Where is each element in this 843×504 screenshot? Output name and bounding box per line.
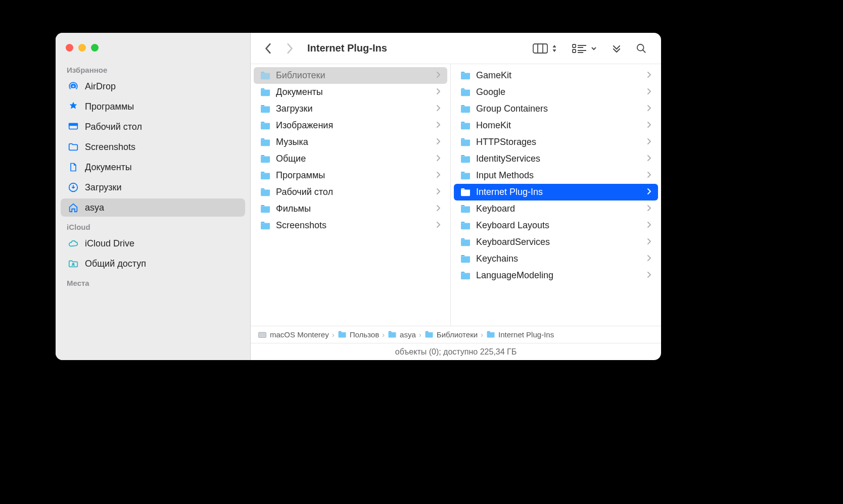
sidebar-item-home[interactable]: asya (61, 198, 245, 217)
chevron-right-icon (647, 104, 651, 114)
list-item[interactable]: Input Methods (454, 167, 658, 184)
chevron-right-icon (436, 137, 440, 147)
list-item-label: Фильмы (276, 204, 311, 214)
chevron-right-icon (647, 137, 651, 147)
path-separator: › (419, 330, 422, 339)
finder-window: Избранное AirDrop Программы Рабочий стол… (56, 33, 661, 360)
home-icon (68, 202, 79, 213)
list-item[interactable]: Google (454, 84, 658, 100)
chevron-right-icon (436, 204, 440, 214)
chevron-right-icon (647, 154, 651, 164)
sidebar-item-documents[interactable]: Документы (61, 158, 245, 176)
list-item[interactable]: KeyboardServices (454, 234, 658, 250)
list-item[interactable]: Общие (254, 150, 447, 167)
sidebar-item-label: Программы (85, 102, 134, 112)
sidebar-item-airdrop[interactable]: AirDrop (61, 77, 245, 95)
sidebar-item-label: iCloud Drive (85, 238, 134, 249)
path-crumb[interactable]: Internet Plug-Ins (486, 330, 554, 339)
path-crumb[interactable]: asya (388, 330, 416, 339)
sidebar-item-desktop[interactable]: Рабочий стол (61, 118, 245, 136)
path-crumb[interactable]: Библиотеки (425, 330, 478, 339)
sidebar-item-shared[interactable]: Общий доступ (61, 255, 245, 273)
chevron-right-icon (647, 254, 651, 264)
sidebar-item-screenshots[interactable]: Screenshots (61, 138, 245, 156)
path-separator: › (481, 330, 483, 339)
desktop-icon (68, 121, 79, 132)
path-separator: › (382, 330, 385, 339)
group-button[interactable] (568, 40, 601, 57)
list-item[interactable]: Фильмы (254, 200, 447, 217)
sidebar-item-label: Общий доступ (85, 259, 146, 269)
sidebar-item-downloads[interactable]: Загрузки (61, 178, 245, 196)
list-item-label: Keyboard Layouts (476, 220, 549, 231)
path-crumb[interactable]: Пользов (338, 330, 379, 339)
column-browser: БиблиотекиДокументыЗагрузкиИзображенияМу… (251, 64, 661, 326)
svg-line-15 (643, 49, 646, 53)
list-item-label: GameKit (476, 70, 511, 81)
svg-rect-9 (573, 49, 576, 53)
forward-button[interactable] (282, 41, 297, 56)
svg-point-14 (637, 44, 644, 51)
list-item-label: Загрузки (276, 104, 312, 114)
svg-point-0 (72, 85, 75, 88)
sidebar-item-label: Документы (85, 162, 132, 173)
list-item[interactable]: GameKit (454, 67, 658, 84)
airdrop-icon (68, 81, 79, 92)
zoom-button[interactable] (91, 44, 99, 52)
status-bar: объекты (0); доступно 225,34 ГБ (251, 343, 661, 360)
back-button[interactable] (261, 41, 276, 56)
sidebar-item-icloud-drive[interactable]: iCloud Drive (61, 234, 245, 253)
path-crumb-label: Пользов (350, 330, 379, 339)
chevron-right-icon (436, 187, 440, 197)
list-item-label: Screenshots (276, 220, 326, 231)
list-item[interactable]: Загрузки (254, 100, 447, 117)
chevron-right-icon (647, 220, 651, 231)
close-button[interactable] (66, 44, 73, 52)
list-item[interactable]: IdentityServices (454, 150, 658, 167)
list-item-label: Библиотеки (276, 70, 325, 81)
path-bar[interactable]: macOS Monterey›Пользов›asya›Библиотеки›I… (251, 326, 661, 343)
more-actions-button[interactable] (607, 40, 626, 57)
list-item[interactable]: Keychains (454, 250, 658, 267)
list-item-label: Изображения (276, 120, 333, 131)
sidebar-item-label: Загрузки (85, 182, 121, 193)
download-icon (68, 182, 79, 193)
column-1[interactable]: GameKitGoogleGroup ContainersHomeKitHTTP… (451, 64, 661, 326)
list-item-label: Group Containers (476, 104, 548, 114)
path-crumb-label: Библиотеки (437, 330, 478, 339)
chevron-right-icon (436, 170, 440, 181)
sidebar-item-applications[interactable]: Программы (61, 97, 245, 116)
list-item[interactable]: Изображения (254, 117, 447, 134)
list-item[interactable]: HomeKit (454, 117, 658, 134)
list-item[interactable]: HTTPStorages (454, 134, 658, 150)
column-0[interactable]: БиблиотекиДокументыЗагрузкиИзображенияМу… (251, 64, 451, 326)
cloud-icon (68, 238, 79, 249)
svg-rect-5 (533, 44, 547, 53)
list-item[interactable]: Программы (254, 167, 447, 184)
sidebar-section-favorites: Избранное (56, 61, 250, 76)
view-columns-button[interactable] (529, 40, 562, 57)
list-item[interactable]: Документы (254, 84, 447, 100)
search-button[interactable] (632, 40, 651, 57)
list-item[interactable]: Screenshots (254, 217, 447, 234)
list-item[interactable]: Group Containers (454, 100, 658, 117)
list-item[interactable]: Keyboard (454, 200, 658, 217)
list-item-label: Программы (276, 170, 325, 181)
list-item[interactable]: Internet Plug-Ins (454, 184, 658, 200)
window-controls (56, 38, 250, 61)
chevron-right-icon (647, 187, 651, 197)
list-item-label: Музыка (276, 137, 308, 147)
list-item[interactable]: Музыка (254, 134, 447, 150)
minimize-button[interactable] (78, 44, 86, 52)
list-item[interactable]: Библиотеки (254, 67, 447, 84)
chevron-right-icon (647, 120, 651, 131)
list-item[interactable]: Keyboard Layouts (454, 217, 658, 234)
path-crumb[interactable]: macOS Monterey (258, 330, 329, 339)
list-item[interactable]: Рабочий стол (254, 184, 447, 200)
list-item-label: Документы (276, 87, 323, 97)
list-item[interactable]: LanguageModeling (454, 267, 658, 284)
chevron-right-icon (647, 270, 651, 281)
sidebar-section-locations: Места (56, 274, 250, 289)
toolbar: Internet Plug-Ins (251, 33, 661, 64)
list-item-label: HTTPStorages (476, 137, 536, 147)
